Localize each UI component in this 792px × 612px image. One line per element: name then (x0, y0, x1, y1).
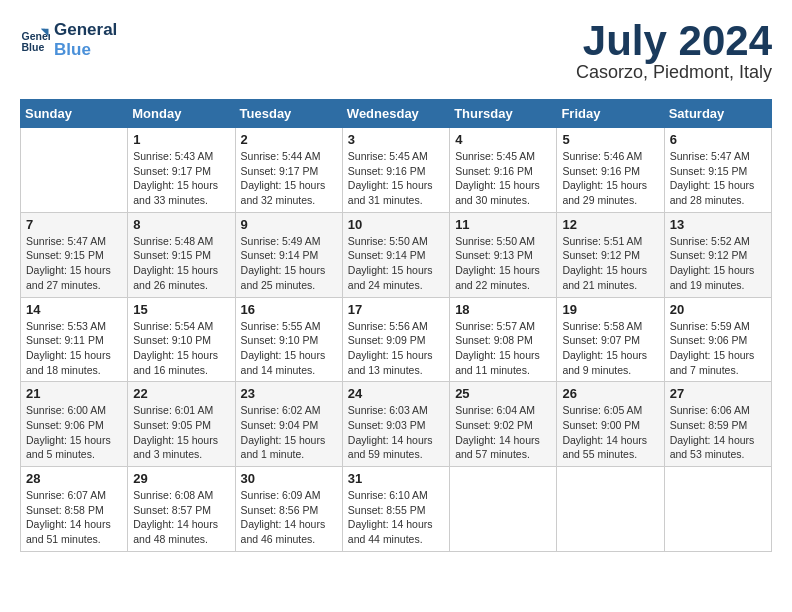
day-info: Sunrise: 6:01 AM Sunset: 9:05 PM Dayligh… (133, 403, 229, 462)
calendar-cell: 1Sunrise: 5:43 AM Sunset: 9:17 PM Daylig… (128, 128, 235, 213)
day-info: Sunrise: 5:53 AM Sunset: 9:11 PM Dayligh… (26, 319, 122, 378)
day-number: 11 (455, 217, 551, 232)
calendar-cell: 6Sunrise: 5:47 AM Sunset: 9:15 PM Daylig… (664, 128, 771, 213)
day-number: 17 (348, 302, 444, 317)
calendar-cell: 21Sunrise: 6:00 AM Sunset: 9:06 PM Dayli… (21, 382, 128, 467)
calendar-cell: 22Sunrise: 6:01 AM Sunset: 9:05 PM Dayli… (128, 382, 235, 467)
day-info: Sunrise: 6:03 AM Sunset: 9:03 PM Dayligh… (348, 403, 444, 462)
logo-line2: Blue (54, 40, 117, 60)
day-number: 14 (26, 302, 122, 317)
calendar-cell (21, 128, 128, 213)
day-number: 19 (562, 302, 658, 317)
day-number: 3 (348, 132, 444, 147)
day-info: Sunrise: 5:51 AM Sunset: 9:12 PM Dayligh… (562, 234, 658, 293)
day-number: 6 (670, 132, 766, 147)
day-number: 22 (133, 386, 229, 401)
week-row-2: 7Sunrise: 5:47 AM Sunset: 9:15 PM Daylig… (21, 212, 772, 297)
logo-line1: General (54, 20, 117, 40)
day-number: 27 (670, 386, 766, 401)
day-info: Sunrise: 6:10 AM Sunset: 8:55 PM Dayligh… (348, 488, 444, 547)
title-area: July 2024 Casorzo, Piedmont, Italy (576, 20, 772, 83)
day-info: Sunrise: 5:50 AM Sunset: 9:14 PM Dayligh… (348, 234, 444, 293)
day-number: 21 (26, 386, 122, 401)
day-info: Sunrise: 5:56 AM Sunset: 9:09 PM Dayligh… (348, 319, 444, 378)
day-number: 30 (241, 471, 337, 486)
day-info: Sunrise: 5:59 AM Sunset: 9:06 PM Dayligh… (670, 319, 766, 378)
calendar-cell: 5Sunrise: 5:46 AM Sunset: 9:16 PM Daylig… (557, 128, 664, 213)
calendar-cell (557, 467, 664, 552)
day-number: 8 (133, 217, 229, 232)
calendar-cell: 2Sunrise: 5:44 AM Sunset: 9:17 PM Daylig… (235, 128, 342, 213)
header-row: SundayMondayTuesdayWednesdayThursdayFrid… (21, 100, 772, 128)
day-info: Sunrise: 5:52 AM Sunset: 9:12 PM Dayligh… (670, 234, 766, 293)
day-number: 1 (133, 132, 229, 147)
calendar-cell (450, 467, 557, 552)
header-cell-saturday: Saturday (664, 100, 771, 128)
logo-icon: General Blue (20, 25, 50, 55)
week-row-4: 21Sunrise: 6:00 AM Sunset: 9:06 PM Dayli… (21, 382, 772, 467)
calendar-cell: 31Sunrise: 6:10 AM Sunset: 8:55 PM Dayli… (342, 467, 449, 552)
calendar-cell: 4Sunrise: 5:45 AM Sunset: 9:16 PM Daylig… (450, 128, 557, 213)
day-info: Sunrise: 5:54 AM Sunset: 9:10 PM Dayligh… (133, 319, 229, 378)
day-info: Sunrise: 6:04 AM Sunset: 9:02 PM Dayligh… (455, 403, 551, 462)
day-info: Sunrise: 5:45 AM Sunset: 9:16 PM Dayligh… (455, 149, 551, 208)
day-info: Sunrise: 5:49 AM Sunset: 9:14 PM Dayligh… (241, 234, 337, 293)
day-info: Sunrise: 5:48 AM Sunset: 9:15 PM Dayligh… (133, 234, 229, 293)
day-number: 16 (241, 302, 337, 317)
calendar-cell: 9Sunrise: 5:49 AM Sunset: 9:14 PM Daylig… (235, 212, 342, 297)
calendar-cell: 8Sunrise: 5:48 AM Sunset: 9:15 PM Daylig… (128, 212, 235, 297)
day-number: 7 (26, 217, 122, 232)
day-info: Sunrise: 5:43 AM Sunset: 9:17 PM Dayligh… (133, 149, 229, 208)
day-info: Sunrise: 6:08 AM Sunset: 8:57 PM Dayligh… (133, 488, 229, 547)
calendar-cell: 13Sunrise: 5:52 AM Sunset: 9:12 PM Dayli… (664, 212, 771, 297)
calendar-cell: 29Sunrise: 6:08 AM Sunset: 8:57 PM Dayli… (128, 467, 235, 552)
calendar-table: SundayMondayTuesdayWednesdayThursdayFrid… (20, 99, 772, 552)
calendar-cell: 25Sunrise: 6:04 AM Sunset: 9:02 PM Dayli… (450, 382, 557, 467)
calendar-cell: 28Sunrise: 6:07 AM Sunset: 8:58 PM Dayli… (21, 467, 128, 552)
day-number: 2 (241, 132, 337, 147)
day-number: 24 (348, 386, 444, 401)
calendar-title: July 2024 (576, 20, 772, 62)
day-number: 10 (348, 217, 444, 232)
calendar-body: 1Sunrise: 5:43 AM Sunset: 9:17 PM Daylig… (21, 128, 772, 552)
header-cell-monday: Monday (128, 100, 235, 128)
day-info: Sunrise: 6:00 AM Sunset: 9:06 PM Dayligh… (26, 403, 122, 462)
calendar-subtitle: Casorzo, Piedmont, Italy (576, 62, 772, 83)
day-number: 12 (562, 217, 658, 232)
day-info: Sunrise: 6:02 AM Sunset: 9:04 PM Dayligh… (241, 403, 337, 462)
header-cell-wednesday: Wednesday (342, 100, 449, 128)
calendar-cell: 14Sunrise: 5:53 AM Sunset: 9:11 PM Dayli… (21, 297, 128, 382)
calendar-header: SundayMondayTuesdayWednesdayThursdayFrid… (21, 100, 772, 128)
day-info: Sunrise: 5:58 AM Sunset: 9:07 PM Dayligh… (562, 319, 658, 378)
day-number: 23 (241, 386, 337, 401)
calendar-cell: 16Sunrise: 5:55 AM Sunset: 9:10 PM Dayli… (235, 297, 342, 382)
day-number: 20 (670, 302, 766, 317)
day-number: 18 (455, 302, 551, 317)
header-cell-friday: Friday (557, 100, 664, 128)
day-number: 25 (455, 386, 551, 401)
calendar-cell: 19Sunrise: 5:58 AM Sunset: 9:07 PM Dayli… (557, 297, 664, 382)
week-row-5: 28Sunrise: 6:07 AM Sunset: 8:58 PM Dayli… (21, 467, 772, 552)
calendar-cell: 12Sunrise: 5:51 AM Sunset: 9:12 PM Dayli… (557, 212, 664, 297)
calendar-cell: 24Sunrise: 6:03 AM Sunset: 9:03 PM Dayli… (342, 382, 449, 467)
calendar-cell: 10Sunrise: 5:50 AM Sunset: 9:14 PM Dayli… (342, 212, 449, 297)
calendar-cell: 27Sunrise: 6:06 AM Sunset: 8:59 PM Dayli… (664, 382, 771, 467)
header-cell-tuesday: Tuesday (235, 100, 342, 128)
calendar-cell: 30Sunrise: 6:09 AM Sunset: 8:56 PM Dayli… (235, 467, 342, 552)
day-info: Sunrise: 5:47 AM Sunset: 9:15 PM Dayligh… (670, 149, 766, 208)
day-info: Sunrise: 5:45 AM Sunset: 9:16 PM Dayligh… (348, 149, 444, 208)
day-number: 15 (133, 302, 229, 317)
calendar-cell (664, 467, 771, 552)
logo: General Blue General Blue (20, 20, 117, 59)
day-number: 28 (26, 471, 122, 486)
calendar-cell: 7Sunrise: 5:47 AM Sunset: 9:15 PM Daylig… (21, 212, 128, 297)
day-number: 26 (562, 386, 658, 401)
header-cell-sunday: Sunday (21, 100, 128, 128)
day-info: Sunrise: 6:05 AM Sunset: 9:00 PM Dayligh… (562, 403, 658, 462)
day-info: Sunrise: 6:07 AM Sunset: 8:58 PM Dayligh… (26, 488, 122, 547)
day-number: 5 (562, 132, 658, 147)
calendar-cell: 20Sunrise: 5:59 AM Sunset: 9:06 PM Dayli… (664, 297, 771, 382)
day-info: Sunrise: 5:46 AM Sunset: 9:16 PM Dayligh… (562, 149, 658, 208)
page-header: General Blue General Blue July 2024 Caso… (20, 20, 772, 83)
day-info: Sunrise: 6:09 AM Sunset: 8:56 PM Dayligh… (241, 488, 337, 547)
